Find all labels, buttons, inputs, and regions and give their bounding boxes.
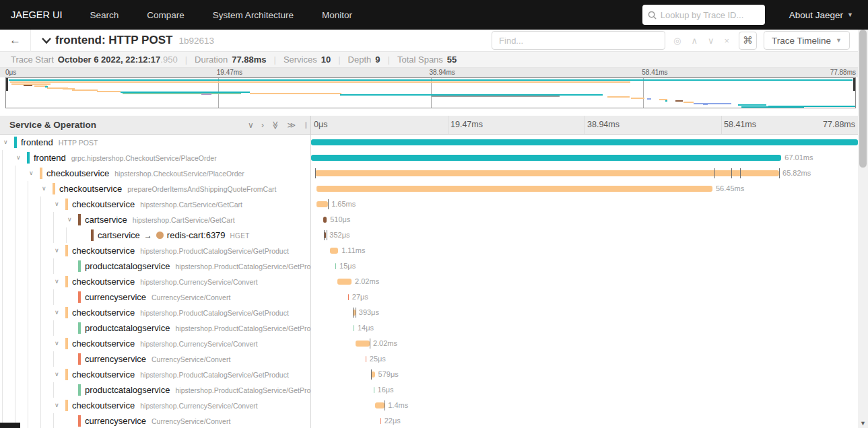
span-duration-bar[interactable]: [316, 201, 328, 207]
span-collapse-chevron-icon[interactable]: ∨: [67, 216, 72, 223]
span-collapse-chevron-icon[interactable]: ∨: [42, 185, 46, 192]
span-timeline-cell[interactable]: 579μs: [311, 367, 858, 382]
span-name-cell[interactable]: ∨checkoutservicehipstershop.ProductCatal…: [0, 305, 311, 320]
span-timeline-cell[interactable]: [311, 135, 858, 150]
span-name-cell[interactable]: ∨frontendHTTP POST: [0, 135, 311, 150]
span-name-cell[interactable]: ∨checkoutservicehipstershop.CartService/…: [0, 197, 311, 212]
span-row[interactable]: cartservice→redis-cart:6379HGET352μs: [0, 227, 858, 243]
span-duration-bar[interactable]: [375, 402, 385, 408]
span-row[interactable]: ∨frontendHTTP POST: [0, 135, 858, 150]
span-timeline-cell[interactable]: 16μs: [311, 382, 858, 398]
collapse-one-icon[interactable]: ∨: [248, 120, 254, 130]
span-timeline-cell[interactable]: 1.4ms: [311, 398, 858, 413]
span-duration-bar[interactable]: [330, 248, 338, 254]
scrollbar-thumb[interactable]: [859, 30, 867, 168]
span-timeline-cell[interactable]: 1.11ms: [311, 243, 858, 258]
span-name-cell[interactable]: ∨checkoutservicehipstershop.ProductCatal…: [0, 367, 311, 382]
span-collapse-chevron-icon[interactable]: ∨: [16, 154, 21, 161]
span-name-cell[interactable]: ∨frontendgrpc.hipstershop.CheckoutServic…: [0, 150, 311, 166]
span-duration-bar[interactable]: [380, 418, 381, 424]
span-row[interactable]: productcatalogservicehipstershop.Product…: [0, 320, 858, 336]
trace-lookup-box[interactable]: [642, 5, 765, 25]
span-timeline-cell[interactable]: 510μs: [311, 212, 858, 227]
span-collapse-chevron-icon[interactable]: ∨: [29, 170, 34, 176]
span-timeline-cell[interactable]: 2.02ms: [311, 336, 858, 351]
next-result-icon[interactable]: ∨: [708, 36, 714, 46]
span-name-cell[interactable]: cartservice→redis-cart:6379HGET: [0, 227, 311, 243]
span-duration-bar[interactable]: [356, 341, 370, 347]
span-timeline-cell[interactable]: 67.01ms: [311, 150, 858, 166]
span-collapse-chevron-icon[interactable]: ∨: [55, 340, 59, 347]
span-row[interactable]: ∨frontendgrpc.hipstershop.CheckoutServic…: [0, 150, 858, 166]
span-name-cell[interactable]: ∨checkoutservicehipstershop.CurrencyServ…: [0, 398, 311, 413]
span-timeline-cell[interactable]: 25μs: [311, 351, 858, 367]
nav-item-monitor[interactable]: Monitor: [308, 10, 366, 20]
span-collapse-chevron-icon[interactable]: ∨: [55, 371, 59, 378]
span-collapse-chevron-icon[interactable]: ∨: [3, 139, 8, 145]
trace-view-selector[interactable]: Trace Timeline ▼: [764, 31, 850, 50]
span-timeline-cell[interactable]: 65.82ms: [311, 166, 858, 181]
span-duration-bar[interactable]: [335, 263, 336, 269]
span-timeline-cell[interactable]: 393μs: [311, 305, 858, 320]
span-row[interactable]: ∨checkoutservicehipstershop.ProductCatal…: [0, 367, 858, 382]
app-brand[interactable]: JAEGER UI: [0, 9, 76, 20]
span-row[interactable]: ∨checkoutservicehipstershop.CartService/…: [0, 197, 858, 212]
span-row[interactable]: ∨checkoutservicehipstershop.ProductCatal…: [0, 305, 858, 320]
span-duration-bar[interactable]: [348, 294, 349, 300]
span-collapse-chevron-icon[interactable]: ∨: [55, 278, 59, 285]
span-row[interactable]: ∨checkoutserviceprepareOrderItemsAndShip…: [0, 181, 858, 197]
keyboard-shortcuts-button[interactable]: ⌘: [739, 32, 757, 50]
span-duration-bar[interactable]: [311, 155, 781, 161]
span-name-cell[interactable]: currencyserviceCurrencyService/Convert: [0, 413, 311, 428]
span-timeline-cell[interactable]: 14μs: [311, 320, 858, 336]
expand-all-icon[interactable]: ≫: [287, 120, 296, 130]
span-name-cell[interactable]: ∨checkoutserviceprepareOrderItemsAndShip…: [0, 181, 311, 197]
span-name-cell[interactable]: productcatalogservicehipstershop.Product…: [0, 382, 311, 398]
span-duration-bar[interactable]: [366, 356, 366, 362]
viewport-right-handle[interactable]: [853, 78, 855, 91]
span-row[interactable]: currencyserviceCurrencyService/Convert22…: [0, 413, 858, 428]
span-row[interactable]: ∨checkoutservicehipstershop.ProductCatal…: [0, 243, 858, 258]
span-timeline-cell[interactable]: 22μs: [311, 413, 858, 428]
span-row[interactable]: productcatalogservicehipstershop.Product…: [0, 382, 858, 398]
span-name-cell[interactable]: currencyserviceCurrencyService/Convert: [0, 289, 311, 305]
span-duration-bar[interactable]: [311, 139, 858, 145]
span-name-cell[interactable]: ∨cartservicehipstershop.CartService/GetC…: [0, 212, 311, 227]
span-row[interactable]: currencyserviceCurrencyService/Convert25…: [0, 351, 858, 367]
span-timeline-cell[interactable]: 1.65ms: [311, 197, 858, 212]
column-resize-grip[interactable]: ∥: [304, 121, 308, 129]
clear-find-icon[interactable]: ×: [724, 36, 729, 46]
collapse-trace-toggle[interactable]: [42, 38, 51, 44]
span-timeline-cell[interactable]: 2.02ms: [311, 274, 858, 289]
span-row[interactable]: currencyserviceCurrencyService/Convert27…: [0, 289, 858, 305]
span-row[interactable]: ∨checkoutservicehipstershop.CurrencyServ…: [0, 398, 858, 413]
span-name-cell[interactable]: productcatalogservicehipstershop.Product…: [0, 258, 311, 274]
prev-result-icon[interactable]: ∧: [691, 36, 698, 46]
nav-item-system-architecture[interactable]: System Architecture: [199, 10, 308, 20]
span-timeline-cell[interactable]: 27μs: [311, 289, 858, 305]
focus-target-icon[interactable]: ◎: [673, 36, 681, 46]
span-collapse-chevron-icon[interactable]: ∨: [55, 402, 59, 408]
span-duration-bar[interactable]: [323, 217, 327, 223]
span-duration-bar[interactable]: [337, 279, 352, 285]
span-collapse-chevron-icon[interactable]: ∨: [55, 201, 59, 207]
span-row[interactable]: ∨cartservicehipstershop.CartService/GetC…: [0, 212, 858, 227]
scrollbar-down-arrow[interactable]: ▼: [858, 420, 868, 427]
span-duration-bar[interactable]: [354, 325, 354, 331]
span-timeline-cell[interactable]: 15μs: [311, 258, 858, 274]
span-collapse-chevron-icon[interactable]: ∨: [55, 309, 59, 316]
span-name-cell[interactable]: currencyserviceCurrencyService/Convert: [0, 351, 311, 367]
trace-lookup-input[interactable]: [661, 10, 755, 20]
span-duration-bar[interactable]: [316, 186, 712, 192]
collapse-all-icon[interactable]: ≫: [271, 120, 280, 129]
span-name-cell[interactable]: ∨checkoutservicehipstershop.CheckoutServ…: [0, 166, 311, 181]
span-timeline-cell[interactable]: 352μs: [311, 227, 858, 243]
viewport-left-handle[interactable]: [6, 78, 8, 91]
span-duration-bar[interactable]: [315, 170, 779, 176]
expand-one-icon[interactable]: ›: [261, 120, 264, 130]
span-row[interactable]: ∨checkoutservicehipstershop.CurrencyServ…: [0, 336, 858, 351]
nav-item-search[interactable]: Search: [76, 10, 133, 20]
find-input[interactable]: [492, 31, 665, 50]
span-timeline-cell[interactable]: 56.45ms: [311, 181, 858, 197]
span-row[interactable]: ∨checkoutservicehipstershop.CheckoutServ…: [0, 166, 858, 181]
